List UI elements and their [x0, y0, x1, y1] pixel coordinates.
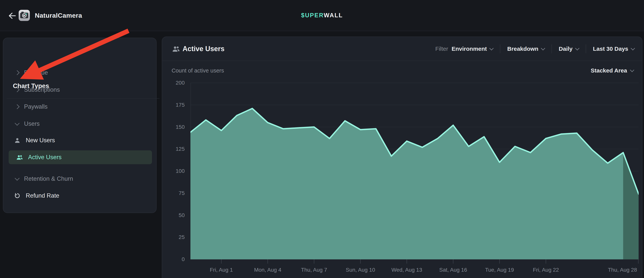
y-axis-tick-label: 25: [162, 233, 185, 241]
filter-divider: [500, 44, 500, 53]
chevron-down-icon: [14, 176, 20, 181]
chevron-down-icon: [14, 121, 20, 126]
filter-label: Filter: [435, 45, 448, 52]
sidebar-item-label: Paywalls: [24, 103, 48, 110]
x-axis-tick-label: Thu, Aug 7: [289, 266, 339, 274]
sidebar-item-revenue[interactable]: Revenue: [6, 66, 154, 80]
person-icon: [14, 137, 20, 144]
breakdown-dropdown[interactable]: Breakdown: [507, 45, 544, 52]
y-axis-tick-label: 50: [162, 212, 185, 219]
sidebar-item-label: New Users: [26, 137, 55, 144]
environment-filter-dropdown[interactable]: Filter Environment: [435, 45, 493, 52]
sidebar-item-label: Subscriptions: [24, 86, 60, 93]
chevron-right-icon: [14, 104, 20, 109]
x-axis-tick-label: Mon, Aug 4: [243, 266, 293, 274]
period-dropdown[interactable]: Daily: [559, 45, 579, 52]
chevron-down-icon: [541, 46, 545, 50]
back-arrow-icon[interactable]: [7, 11, 17, 21]
app-name: NaturalCamera: [35, 0, 82, 31]
sidebar-item-label: Retention & Churn: [24, 175, 73, 182]
sidebar-item-subscriptions[interactable]: Subscriptions: [6, 83, 154, 97]
chevron-right-icon: [14, 87, 20, 92]
y-axis-tick-label: 0: [162, 256, 185, 263]
panel-header: Active Users Filter Environment Breakdow…: [162, 37, 642, 61]
active-users-area-chart: [190, 83, 638, 264]
sidebar-item-label: Active Users: [28, 154, 62, 161]
page-title: Active Users: [182, 37, 224, 61]
logo-teal-part: $UPER: [301, 12, 324, 19]
sidebar-item-active-users[interactable]: Active Users: [9, 150, 152, 164]
sidebar-item-label: Revenue: [24, 69, 48, 76]
filter-bar: Filter Environment Breakdown Daily Last …: [435, 37, 642, 61]
chevron-down-icon: [489, 46, 494, 50]
people-icon: [172, 45, 180, 53]
superwall-logo: $UPERWALL: [301, 0, 343, 31]
y-axis-tick-label: 125: [162, 145, 185, 153]
sidebar-item-label: Refund Rate: [26, 192, 59, 199]
chart-types-sidebar: Chart Types RevenueSubscriptionsPaywalls…: [3, 38, 156, 213]
people-icon: [16, 154, 23, 161]
chevron-right-icon: [14, 70, 20, 75]
x-axis-tick-label: Wed, Aug 13: [382, 266, 432, 274]
x-axis-tick-label: Tue, Aug 19: [474, 266, 524, 274]
sidebar-item-refund-rate[interactable]: Refund Rate: [6, 189, 154, 203]
top-bar: NaturalCamera $UPERWALL: [0, 0, 644, 31]
sidebar-divider: [6, 98, 160, 99]
y-axis-tick-label: 100: [162, 167, 185, 175]
x-axis-tick-label: Sat, Aug 16: [428, 266, 478, 274]
sidebar-item-paywalls[interactable]: Paywalls: [6, 100, 154, 114]
filter-divider: [586, 44, 586, 53]
x-axis-tick-label: Fri, Aug 22: [521, 266, 571, 274]
sidebar-item-label: Users: [24, 120, 40, 127]
y-axis-tick-label: 200: [162, 79, 185, 87]
y-axis-tick-label: 75: [162, 189, 185, 197]
chart-subtitle: Count of active users: [172, 67, 224, 74]
chart-type-dropdown[interactable]: Stacked Area: [591, 67, 642, 74]
x-axis-tick-label: Thu, Aug 28: [598, 266, 644, 274]
refresh-icon: [14, 192, 20, 199]
active-users-panel: Active Users Filter Environment Breakdow…: [162, 36, 642, 278]
x-axis-tick-label: Sun, Aug 10: [336, 266, 386, 274]
panel-header-divider: [162, 60, 642, 61]
chevron-down-icon: [630, 68, 634, 72]
sidebar-item-retention-churn[interactable]: Retention & Churn: [6, 172, 154, 186]
sidebar-item-new-users[interactable]: New Users: [6, 133, 154, 147]
logo-white-part: WALL: [324, 12, 343, 19]
natural-camera-app-icon: [19, 10, 30, 21]
chevron-down-icon: [575, 46, 579, 50]
y-axis-tick-label: 150: [162, 123, 185, 131]
x-axis-tick-label: Fri, Aug 1: [196, 266, 246, 274]
chevron-down-icon: [631, 46, 635, 50]
date-range-dropdown[interactable]: Last 30 Days: [593, 45, 634, 52]
filter-divider: [552, 44, 552, 53]
y-axis-tick-label: 175: [162, 101, 185, 109]
sidebar-item-users[interactable]: Users: [6, 117, 154, 131]
